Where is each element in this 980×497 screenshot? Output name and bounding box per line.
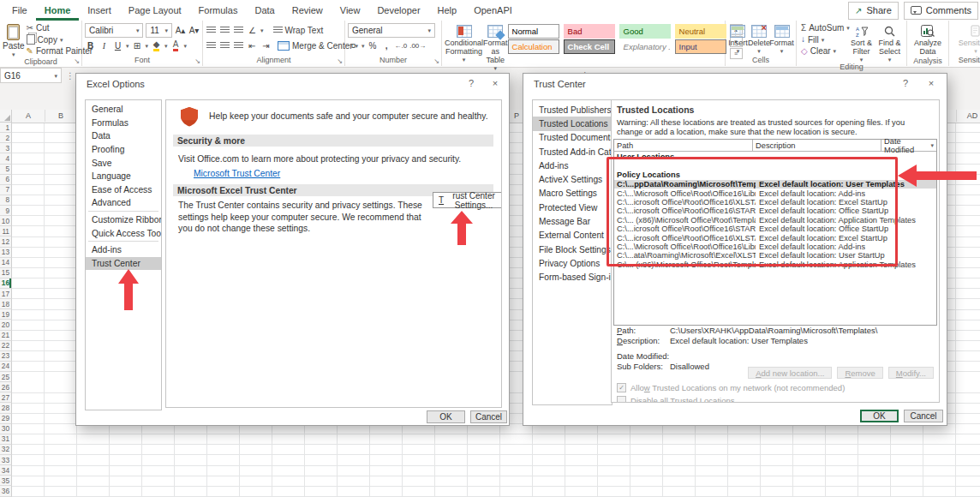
row-header-14[interactable]: 14 (0, 258, 12, 268)
help-icon[interactable]: ? (899, 78, 912, 88)
increase-font-icon[interactable]: A▴ (175, 24, 186, 37)
tc-sidebar-trusted-add-in-catalogs[interactable]: Trusted Add-in Catalogs (533, 145, 612, 159)
row-header-2[interactable]: 2 (0, 133, 12, 143)
row-header-9[interactable]: 9 (0, 206, 12, 216)
paste-button[interactable]: Paste ▾ (3, 22, 25, 57)
tc-sidebar-external-content[interactable]: External Content (533, 229, 612, 243)
row-header-10[interactable]: 10 (0, 216, 12, 226)
tc-sidebar-message-bar[interactable]: Message Bar (533, 214, 612, 228)
date-modified-column-header[interactable]: Date Modified ▾ (881, 140, 936, 151)
options-sidebar-trust-center[interactable]: Trust Center (86, 257, 161, 271)
fill-color-icon[interactable]: ◆ (153, 40, 160, 51)
increase-decimal-icon[interactable]: ←.0 (395, 39, 408, 52)
font-color-icon[interactable]: A (173, 40, 179, 51)
find-select-button[interactable]: Find & Select ▾ (875, 22, 904, 63)
row-header-32[interactable]: 32 (0, 445, 12, 455)
tab-home[interactable]: Home (36, 0, 80, 21)
row-header-22[interactable]: 22 (0, 341, 12, 351)
row-header-24[interactable]: 24 (0, 362, 12, 372)
row-header-31[interactable]: 31 (0, 434, 12, 445)
style-explanatory[interactable]: Explanatory ... (619, 39, 671, 54)
row-header-33[interactable]: 33 (0, 455, 12, 465)
decrease-decimal-icon[interactable]: .00→ (409, 39, 426, 52)
description-column-header[interactable]: Description (753, 140, 881, 151)
row-header-34[interactable]: 34 (0, 465, 12, 476)
row-header-13[interactable]: 13 (0, 248, 12, 258)
tab-data[interactable]: Data (246, 0, 283, 21)
tab-help[interactable]: Help (429, 0, 466, 21)
dialog-launcher-icon[interactable]: ↘ (337, 58, 343, 65)
row-header-5[interactable]: 5 (0, 165, 12, 175)
row-header-3[interactable]: 3 (0, 143, 12, 153)
font-family-select[interactable]: Calibri ▾ (85, 23, 143, 38)
row-header-17[interactable]: 17 (0, 289, 12, 299)
accounting-format-icon[interactable]: ¤ (348, 39, 359, 52)
options-sidebar-general[interactable]: General (86, 103, 161, 117)
align-right-icon[interactable] (233, 39, 244, 52)
row-header-4[interactable]: 4 (0, 153, 12, 164)
format-as-table-button[interactable]: Format as Table ▾ (483, 22, 508, 71)
style-check-cell[interactable]: Check Cell (564, 39, 615, 54)
options-sidebar-data[interactable]: Data (86, 129, 161, 143)
font-size-select[interactable]: 11 ▾ (146, 23, 172, 38)
tab-file[interactable]: File (3, 0, 36, 21)
align-bottom-icon[interactable] (233, 24, 244, 37)
style-good[interactable]: Good (619, 24, 671, 39)
select-all-corner[interactable] (0, 110, 12, 123)
close-icon[interactable]: × (924, 78, 938, 88)
conditional-formatting-button[interactable]: Conditional Formatting ▾ (445, 22, 483, 63)
tab-page-layout[interactable]: Page Layout (120, 0, 190, 21)
decrease-font-icon[interactable]: A▾ (188, 24, 200, 37)
analyze-data-button[interactable]: Analyze Data (910, 22, 946, 57)
insert-cells-button[interactable]: Insert ▾ (728, 22, 748, 54)
options-ok-button[interactable]: OK (427, 410, 465, 423)
row-header-12[interactable]: 12 (0, 237, 12, 247)
row-header-7[interactable]: 7 (0, 185, 12, 195)
row-header-8[interactable]: 8 (0, 195, 12, 206)
tc-sidebar-trusted-publishers[interactable]: Trusted Publishers (533, 103, 612, 117)
trust-center-ok-button[interactable]: OK (860, 410, 899, 422)
tab-view[interactable]: View (332, 0, 369, 21)
row-header-30[interactable]: 30 (0, 424, 12, 434)
autosum-button[interactable]: Σ AutoSum ▾ (799, 23, 847, 33)
tc-sidebar-form-based-sign-in[interactable]: Form-based Sign-in (533, 271, 612, 284)
clear-button[interactable]: ◇ Clear ▾ (799, 46, 847, 56)
dialog-launcher-icon[interactable]: ↘ (74, 58, 80, 65)
row-header-25[interactable]: 25 (0, 372, 12, 382)
remove-button[interactable]: Remove (837, 367, 882, 379)
microsoft-trust-center-link[interactable]: Microsoft Trust Center (194, 169, 280, 178)
italic-button[interactable]: I (99, 39, 110, 52)
close-icon[interactable]: × (488, 78, 502, 88)
trust-center-cancel-button[interactable]: Cancel (904, 410, 943, 422)
add-new-location-button[interactable]: Add new location... (748, 367, 832, 379)
row-header-6[interactable]: 6 (0, 175, 12, 185)
checkbox-allow-trusted-locations-on-my-network-not-recommended[interactable]: ✓Allow Trusted Locations on my network (… (617, 383, 845, 392)
sensitivity-button[interactable]: Sensitivity ▾ (955, 22, 980, 54)
options-sidebar-add-ins[interactable]: Add-ins (86, 243, 161, 257)
options-sidebar-ease-of-access[interactable]: Ease of Access (86, 183, 161, 197)
align-center-icon[interactable] (219, 39, 230, 52)
comments-button[interactable]: Comments (904, 2, 978, 20)
wrap-text-button[interactable]: Wrap Text (272, 26, 326, 35)
help-icon[interactable]: ? (464, 78, 478, 88)
borders-icon[interactable]: ⊞ (132, 39, 143, 52)
fill-button[interactable]: ↓ Fill ▾ (799, 35, 847, 45)
sort-filter-button[interactable]: AZ Sort & Filter ▾ (847, 22, 875, 63)
column-header-ad[interactable]: AD (956, 110, 980, 122)
row-header-23[interactable]: 23 (0, 351, 12, 362)
tab-review[interactable]: Review (284, 0, 332, 21)
row-header-21[interactable]: 21 (0, 331, 12, 341)
align-middle-icon[interactable] (219, 24, 230, 37)
tc-sidebar-file-block-settings[interactable]: File Block Settings (533, 243, 612, 256)
path-column-header[interactable]: Path (614, 140, 753, 151)
tc-sidebar-privacy-options[interactable]: Privacy Options (533, 256, 612, 270)
tab-openapi[interactable]: OpenAPI (465, 0, 521, 21)
style-calculation[interactable]: Calculation (508, 39, 559, 54)
column-header-a[interactable]: A (12, 110, 45, 122)
share-button[interactable]: ↗ Share (848, 2, 899, 20)
tc-sidebar-add-ins[interactable]: Add-ins (533, 159, 612, 172)
style-bad[interactable]: Bad (564, 24, 615, 39)
dialog-launcher-icon[interactable]: ↘ (194, 58, 200, 65)
row-header-29[interactable]: 29 (0, 414, 12, 424)
tc-sidebar-trusted-documents[interactable]: Trusted Documents (533, 131, 612, 145)
